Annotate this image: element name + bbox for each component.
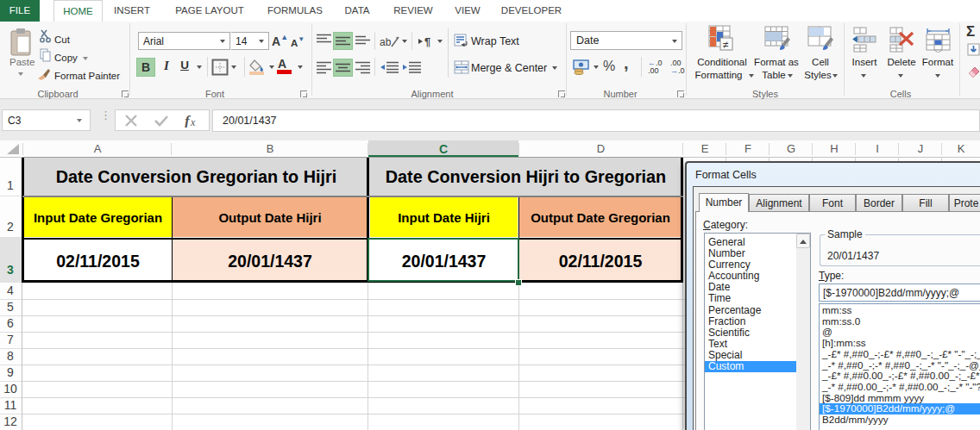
svg-text:x: x <box>190 116 196 128</box>
svg-text:¶: ¶ <box>424 35 430 47</box>
svg-text:≠: ≠ <box>723 39 729 51</box>
svg-text:ab: ab <box>380 36 392 48</box>
